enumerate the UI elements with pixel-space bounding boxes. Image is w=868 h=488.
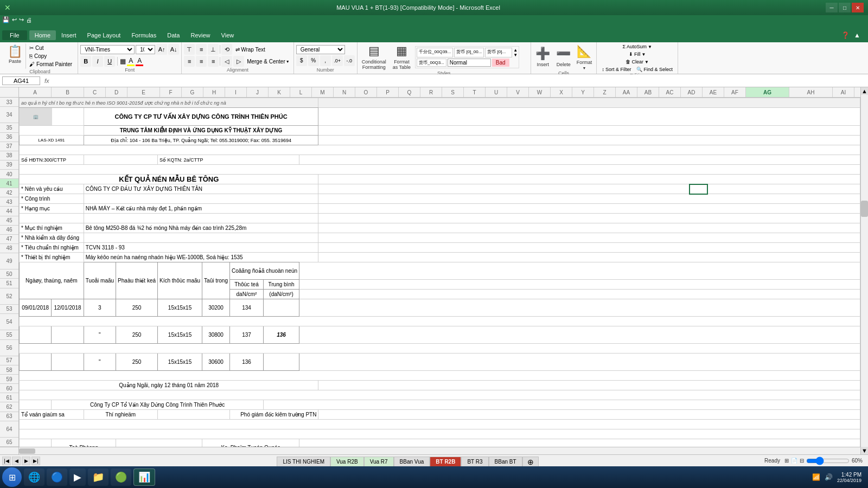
- col-header-H[interactable]: H: [203, 87, 225, 97]
- col-header-F[interactable]: F: [160, 87, 182, 97]
- col-header-O[interactable]: O: [355, 87, 377, 97]
- minimize-button[interactable]: ─: [826, 3, 838, 12]
- number-format-selector[interactable]: General: [296, 45, 345, 54]
- cell-50-trung-binh[interactable]: Trung bình: [263, 280, 299, 290]
- col-header-I[interactable]: I: [225, 87, 247, 97]
- sheet-tab-bt-r3[interactable]: BT R3: [461, 457, 488, 466]
- conditional-formatting-button[interactable]: ▤ Conditional Formatting: [360, 43, 388, 70]
- cell-52-D[interactable]: 250: [116, 299, 158, 317]
- close-button[interactable]: ✕: [852, 3, 864, 12]
- col-header-Q[interactable]: Q: [399, 87, 420, 97]
- comma-button[interactable]: ,: [320, 55, 331, 66]
- cell-43-label[interactable]: * Hạng mục: [20, 204, 84, 214]
- col-header-AA[interactable]: AA: [616, 87, 637, 97]
- format-cell-button[interactable]: 📐 Format: [575, 43, 595, 70]
- sheet-tab-bban-bt[interactable]: BBan BT: [489, 457, 522, 466]
- format-as-table-button[interactable]: ▦ Format as Table: [391, 43, 413, 70]
- sheet-tab-vua-r7[interactable]: Vua R7: [364, 457, 394, 466]
- cell-61-pho-giam-doc[interactable]: Phó giám đốc kiêm trường PTN: [230, 410, 318, 420]
- fill-button[interactable]: ⬇ Fill ▼: [627, 51, 647, 57]
- cell-64-pham-tuan[interactable]: Ks. Phaïm Tuaán Quoác: [202, 439, 299, 447]
- clear-button[interactable]: 🗑 Clear ▼: [624, 59, 650, 65]
- formula-input[interactable]: [54, 77, 866, 85]
- cell-56-C[interactable]: ": [84, 354, 116, 371]
- cell-48-label[interactable]: * Thiết bị thí nghiệm: [20, 253, 84, 262]
- col-header-AG[interactable]: AG: [746, 87, 789, 97]
- cell-52-B[interactable]: 12/01/2018: [52, 299, 84, 317]
- cell-36-code[interactable]: LAS-XD 1491: [20, 136, 84, 145]
- cell-64-toa-phong[interactable]: Toà Phòong: [52, 439, 116, 447]
- cell-51-unit-g[interactable]: daN/cm²: [230, 290, 264, 299]
- cell-54-E[interactable]: 15x15x15: [158, 326, 202, 344]
- align-bottom-button[interactable]: ⊥: [208, 44, 219, 55]
- style-cell-2[interactable]: 货币 [0]_00...: [454, 48, 484, 57]
- cell-52-G[interactable]: 134: [230, 299, 264, 317]
- col-header-AC[interactable]: AC: [659, 87, 681, 97]
- cell-40-title[interactable]: KẾT QUẢ NÉN MẪU BÊ TÔNG: [20, 175, 318, 184]
- cell-46-label[interactable]: * Nhà kiểm xà dây đồng: [20, 233, 84, 243]
- hscrollbar-track[interactable]: [19, 447, 860, 454]
- cell-36-address[interactable]: Địa chỉ: 104 - 106 Ba Triệu, TP. Quảng N…: [84, 136, 318, 145]
- menu-formulas[interactable]: Formulas: [126, 30, 162, 40]
- sheet-tab-new[interactable]: ⊕: [522, 457, 539, 466]
- col-header-W[interactable]: W: [529, 87, 551, 97]
- sheet-tab-vua-r2b[interactable]: Vua R2B: [330, 457, 364, 466]
- taskbar-excel[interactable]: 📊: [133, 468, 155, 486]
- cell-56-D[interactable]: 250: [116, 354, 158, 371]
- bad-style-cell[interactable]: Bad: [492, 59, 509, 67]
- cell-49-size[interactable]: Kích thôùc maãu: [158, 262, 202, 299]
- insert-cell-button[interactable]: ➕ Insert: [533, 43, 553, 70]
- dec-decrease-button[interactable]: -.0: [344, 55, 355, 66]
- normal-style-input[interactable]: [448, 59, 491, 67]
- cell-61-thi-nghiem[interactable]: Thí nghieäm: [84, 410, 157, 420]
- cell-reference-box[interactable]: [2, 76, 40, 85]
- cell-54-H[interactable]: 136: [263, 326, 299, 344]
- cell-49-load[interactable]: Taûi trong: [202, 262, 230, 299]
- cell-43-value[interactable]: NHÀ MÁY – Kết cấu nhà máy đợt 1, phần ng…: [84, 204, 318, 214]
- help-btn[interactable]: ❓: [841, 31, 850, 39]
- border-btn[interactable]: ▦: [120, 57, 126, 65]
- cell-52-A[interactable]: 09/01/2018: [20, 299, 52, 317]
- cell-41-value[interactable]: CÔNG TY CP ĐẦU TƯ XÂY DỰNG THIÊN TÂN: [84, 184, 318, 194]
- text-angle-button[interactable]: ⟲: [221, 44, 232, 55]
- page-break-btn[interactable]: ⊟: [800, 458, 804, 464]
- menu-insert[interactable]: Insert: [56, 30, 82, 40]
- col-header-L[interactable]: L: [290, 87, 312, 97]
- sheet-tab-bban-vua[interactable]: BBan Vua: [394, 457, 430, 466]
- cell-38-hdtn[interactable]: Số HĐTN:300/CTTP: [20, 155, 84, 165]
- font-color-btn[interactable]: A: [136, 57, 143, 66]
- hscrollbar-thumb[interactable]: [19, 448, 35, 454]
- currency-button[interactable]: $: [296, 55, 307, 66]
- cell-49-date[interactable]: Ngàøy, thaùng, naêm: [20, 262, 84, 299]
- vscroll-thumb[interactable]: [861, 201, 868, 217]
- col-header-Z[interactable]: Z: [594, 87, 616, 97]
- align-left-button[interactable]: ≡: [184, 56, 195, 67]
- col-header-V[interactable]: V: [507, 87, 529, 97]
- cell-48-value[interactable]: Máy kéôo neún ha naéng nhaón hiệu WE-100…: [84, 253, 318, 262]
- col-header-P[interactable]: P: [377, 87, 399, 97]
- menu-view[interactable]: View: [216, 30, 240, 40]
- style-scroll-up[interactable]: ▲▼: [513, 48, 518, 57]
- cell-49-age[interactable]: Tuoåi maãu: [84, 262, 116, 299]
- cell-56-A[interactable]: [20, 354, 52, 371]
- cell-49-design[interactable]: Phaàu thiết keá: [116, 262, 158, 299]
- col-header-Y[interactable]: Y: [572, 87, 594, 97]
- vscroll-down-btn[interactable]: ▼: [861, 447, 868, 454]
- col-header-D[interactable]: D: [106, 87, 127, 97]
- cell-56-F[interactable]: 30600: [202, 354, 230, 371]
- qa-redo[interactable]: ↪: [19, 16, 24, 23]
- menu-data[interactable]: Data: [162, 30, 185, 40]
- cell-54-B[interactable]: [52, 326, 84, 344]
- cell-52-C[interactable]: 3: [84, 299, 116, 317]
- cell-33-A[interactable]: ao quả n hý chí t bo ng thư c hé n theo …: [20, 98, 318, 108]
- col-header-X[interactable]: X: [551, 87, 572, 97]
- align-middle-button[interactable]: ≡: [196, 44, 207, 55]
- col-header-J[interactable]: J: [247, 87, 269, 97]
- col-header-U[interactable]: U: [486, 87, 507, 97]
- cell-52-E[interactable]: 15x15x15: [158, 299, 202, 317]
- font-size-selector[interactable]: 10: [136, 45, 155, 54]
- cell-47-value[interactable]: TCVN 3118 - 93: [84, 243, 318, 253]
- maximize-button[interactable]: □: [839, 3, 851, 12]
- col-header-S[interactable]: S: [442, 87, 464, 97]
- col-header-AJ[interactable]: AJ: [854, 87, 860, 97]
